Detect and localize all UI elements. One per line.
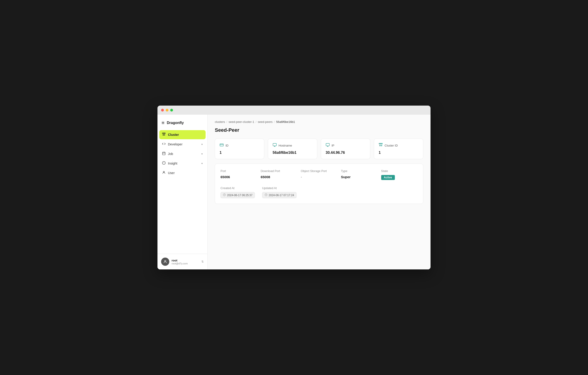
svg-rect-25	[379, 145, 380, 146]
cluster-id-card-label: Cluster ID	[385, 144, 398, 147]
svg-rect-22	[379, 143, 380, 144]
updated-at-item: Updated At 2024-06-17 07:17:24	[262, 186, 300, 198]
object-storage-port-item: Object Storage Port -	[301, 169, 337, 180]
ip-icon	[326, 143, 330, 148]
type-label: Type	[341, 169, 377, 173]
created-at-label: Created At	[220, 186, 259, 190]
maximize-button[interactable]	[170, 109, 173, 112]
download-port-value: 65008	[261, 175, 297, 179]
user-nav-icon	[162, 171, 166, 175]
created-at-item: Created At 2024-06-17 06:25:37	[220, 186, 259, 198]
breadcrumb-sep-1: /	[226, 120, 227, 124]
hostname-icon	[273, 143, 277, 148]
breadcrumb-cluster[interactable]: seed-peer-cluster-1	[229, 120, 254, 124]
created-at-clock-icon	[223, 193, 226, 197]
minimize-button[interactable]	[166, 109, 168, 112]
svg-rect-3	[163, 135, 164, 135]
breadcrumb-seed-peers[interactable]: seed-peers	[258, 120, 273, 124]
info-cards-grid: ID 1 Hostname 56a6f6be16b1	[215, 139, 423, 159]
type-value: Super	[341, 175, 377, 179]
ip-card-value: 30.44.96.76	[326, 151, 366, 155]
svg-rect-23	[380, 143, 381, 144]
sidebar-item-insight-label: Insight	[168, 162, 177, 165]
breadcrumb-sep-2: /	[256, 120, 256, 124]
svg-rect-0	[162, 133, 163, 134]
breadcrumb-clusters[interactable]: clusters	[215, 120, 225, 124]
breadcrumb-current: 56a6f6be16b1	[276, 120, 295, 124]
insight-arrow-icon: ▾	[201, 162, 203, 165]
svg-rect-24	[381, 143, 383, 144]
svg-rect-2	[165, 133, 165, 134]
svg-rect-5	[162, 152, 165, 155]
cluster-nav-icon	[162, 132, 166, 137]
user-name: root	[172, 259, 199, 262]
user-toggle-button[interactable]: ⇅	[201, 260, 204, 263]
user-email: root@d7y.com	[172, 262, 199, 265]
state-label: State	[381, 169, 418, 173]
logo-icon: ✳	[161, 120, 165, 125]
developer-nav-icon	[162, 142, 166, 146]
object-storage-port-label: Object Storage Port	[301, 169, 337, 173]
created-at-chip: 2024-06-17 06:25:37	[220, 192, 255, 198]
cluster-id-card: Cluster ID 1	[374, 139, 423, 159]
ip-card-label: IP	[332, 144, 334, 147]
sidebar-item-cluster[interactable]: Cluster	[159, 130, 205, 139]
ip-card: IP 30.44.96.76	[321, 139, 370, 159]
main-content: clusters / seed-peer-cluster-1 / seed-pe…	[208, 115, 430, 270]
updated-at-chip: 2024-06-17 07:17:24	[262, 192, 296, 198]
state-item: State Active	[381, 169, 418, 180]
sidebar-item-job-label: Job	[168, 152, 173, 156]
developer-arrow-icon: ▾	[201, 143, 203, 146]
sidebar-item-developer[interactable]: Developer ▾	[159, 140, 205, 149]
type-item: Type Super	[341, 169, 377, 180]
job-arrow-icon: ▾	[201, 152, 203, 156]
close-button[interactable]	[161, 109, 164, 112]
svg-rect-26	[381, 145, 382, 146]
state-badge: Active	[381, 175, 395, 180]
details-row-1: Port 65006 Download Port 65008 Object St…	[220, 169, 418, 180]
svg-rect-1	[163, 133, 164, 134]
hostname-card-value: 56a6f6be16b1	[273, 151, 312, 155]
updated-at-label: Updated At	[262, 186, 300, 190]
logo: ✳ Dragonfly	[158, 115, 207, 130]
svg-rect-14	[220, 144, 223, 146]
created-at-value: 2024-06-17 06:25:37	[227, 194, 252, 197]
avatar	[161, 258, 169, 266]
updated-at-value: 2024-06-17 07:17:24	[269, 194, 294, 197]
sidebar-nav: Cluster Developer ▾	[158, 130, 207, 254]
svg-rect-19	[326, 143, 329, 146]
download-port-item: Download Port 65008	[261, 169, 297, 180]
sidebar: ✳ Dragonfly Cluster	[158, 115, 208, 270]
job-nav-icon	[162, 152, 166, 156]
details-card: Port 65006 Download Port 65008 Object St…	[215, 164, 423, 204]
port-value: 65006	[220, 175, 257, 179]
breadcrumb: clusters / seed-peer-cluster-1 / seed-pe…	[215, 120, 423, 124]
app-window: ✳ Dragonfly Cluster	[158, 105, 430, 270]
page-title: Seed-Peer	[215, 127, 423, 133]
breadcrumb-sep-3: /	[274, 120, 275, 124]
id-icon	[220, 143, 224, 148]
svg-point-13	[165, 260, 166, 262]
insight-nav-icon	[162, 161, 166, 166]
port-item: Port 65006	[220, 169, 257, 180]
download-port-label: Download Port	[261, 169, 297, 173]
sidebar-item-job[interactable]: Job ▾	[159, 149, 205, 158]
sidebar-item-user[interactable]: User	[159, 168, 205, 177]
updated-at-clock-icon	[265, 193, 267, 197]
sidebar-item-user-label: User	[168, 171, 175, 175]
details-row-2: Created At 2024-06-17 06:25:37	[220, 186, 418, 198]
app-body: ✳ Dragonfly Cluster	[158, 115, 430, 270]
svg-point-12	[163, 171, 164, 172]
sidebar-footer: root root@d7y.com ⇅	[158, 254, 207, 270]
sidebar-item-insight[interactable]: Insight ▾	[159, 159, 205, 168]
id-card-value: 1	[220, 151, 259, 155]
titlebar	[158, 105, 430, 115]
svg-rect-4	[164, 135, 165, 135]
port-label: Port	[220, 169, 257, 173]
cluster-id-card-value: 1	[379, 151, 419, 155]
id-card: ID 1	[215, 139, 264, 159]
hostname-card: Hostname 56a6f6be16b1	[268, 139, 317, 159]
object-storage-port-value: -	[301, 175, 337, 179]
hostname-card-label: Hostname	[279, 144, 292, 147]
user-info: root root@d7y.com	[172, 259, 199, 265]
